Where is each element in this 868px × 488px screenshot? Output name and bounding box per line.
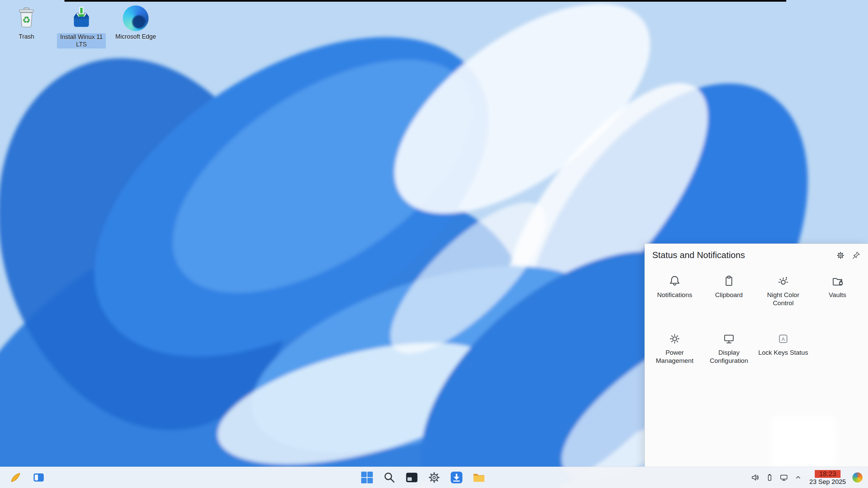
- status-item-label: Vaults: [829, 291, 846, 299]
- status-item-label: Clipboard: [715, 291, 742, 299]
- vault-folder-lock-icon: [831, 275, 844, 288]
- taskbar: 18:23 23 Sep 2025: [0, 467, 868, 488]
- status-item-label: Night Color Control: [757, 291, 809, 307]
- status-item-lock-keys[interactable]: A Lock Keys Status: [756, 330, 810, 388]
- clock-time: 18:23: [815, 470, 841, 478]
- file-manager-folder-icon: [472, 471, 486, 484]
- panel-layout-icon: [33, 471, 45, 484]
- file-manager-button[interactable]: [471, 470, 486, 485]
- clock[interactable]: 18:23 23 Sep 2025: [808, 470, 848, 485]
- search-icon: [383, 471, 396, 484]
- task-view-icon: [405, 471, 419, 484]
- status-item-vaults[interactable]: Vaults: [810, 273, 865, 330]
- display-tray-icon: [779, 473, 788, 482]
- distro-logo-icon[interactable]: [852, 472, 863, 483]
- volume-icon: [751, 473, 760, 482]
- status-item-label: Lock Keys Status: [758, 349, 808, 357]
- status-item-display-configuration[interactable]: Display Configuration: [702, 330, 756, 388]
- pin-icon[interactable]: [852, 251, 861, 260]
- monitor-icon: [722, 332, 735, 345]
- trash-icon: ♻: [14, 5, 39, 31]
- search-button[interactable]: [382, 470, 397, 485]
- desktop-icon-trash[interactable]: ♻ Trash: [1, 5, 52, 41]
- volume-button[interactable]: [751, 473, 760, 482]
- status-item-clipboard[interactable]: Clipboard: [702, 273, 756, 330]
- clock-date: 23 Sep 2025: [809, 478, 846, 485]
- tray-expander-button[interactable]: [793, 473, 803, 482]
- status-item-power-management[interactable]: Power Management: [648, 330, 702, 388]
- desktop-icon-label: Microsoft Edge: [115, 33, 156, 41]
- installer-box-icon: [69, 5, 94, 31]
- status-items-grid: Notifications Clipboard Night Color Cont…: [648, 273, 867, 388]
- lock-keys-icon: A: [777, 332, 790, 345]
- task-view-button[interactable]: [404, 470, 419, 485]
- status-item-notifications[interactable]: Notifications: [648, 273, 702, 330]
- settings-gear-icon: [427, 471, 441, 484]
- pen-launcher-button[interactable]: [8, 470, 23, 485]
- settings-button[interactable]: [427, 470, 442, 485]
- brightness-sun-icon: [668, 332, 681, 345]
- display-settings-button[interactable]: [779, 473, 789, 482]
- battery-button[interactable]: [765, 473, 774, 482]
- pen-icon: [9, 471, 22, 484]
- taskbar-center-group: [360, 467, 509, 488]
- status-item-label: Notifications: [657, 291, 692, 299]
- desktop-icon-label: Install Winux 11 LTS: [57, 33, 106, 48]
- status-item-label: Power Management: [649, 349, 700, 365]
- status-item-label: Display Configuration: [703, 349, 755, 365]
- popup-header: Status and Notifications: [645, 244, 868, 260]
- discover-download-icon: [450, 471, 463, 484]
- clipboard-icon: [722, 275, 735, 288]
- panel-layout-button[interactable]: [31, 470, 46, 485]
- start-icon: [360, 471, 374, 484]
- svg-text:A: A: [782, 336, 785, 342]
- popup-title: Status and Notifications: [652, 250, 836, 260]
- bell-icon: [668, 275, 681, 288]
- discover-button[interactable]: [449, 470, 464, 485]
- start-button[interactable]: [360, 470, 374, 485]
- desktop-icon-edge[interactable]: Microsoft Edge: [110, 5, 161, 41]
- night-color-sun-icon: [777, 275, 790, 288]
- desktop-icon-label: Trash: [19, 33, 34, 41]
- status-item-night-color[interactable]: Night Color Control: [756, 273, 810, 330]
- configure-gear-icon[interactable]: [836, 251, 845, 260]
- edge-icon: [123, 5, 149, 31]
- taskbar-left-group: [8, 467, 46, 488]
- svg-text:♻: ♻: [22, 15, 31, 25]
- panel-highlight-area: [774, 420, 833, 468]
- hidden-top-panel-edge: [64, 0, 786, 2]
- system-tray: 18:23 23 Sep 2025: [751, 467, 863, 488]
- battery-icon: [765, 473, 774, 482]
- edge-browser-button[interactable]: [494, 470, 509, 485]
- desktop-icon-installer[interactable]: Install Winux 11 LTS: [56, 5, 107, 48]
- status-notifications-popup: Status and Notifications: [644, 243, 868, 467]
- tray-expander-chevron-icon: [794, 474, 802, 481]
